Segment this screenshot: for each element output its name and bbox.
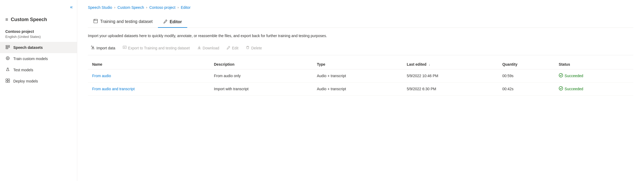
sidebar-item-deploy-models[interactable]: Deploy models bbox=[0, 76, 77, 87]
cell-name-2: From audio and transcript bbox=[88, 82, 210, 96]
speech-datasets-icon bbox=[5, 45, 10, 50]
succeeded-icon-2 bbox=[559, 86, 563, 92]
svg-rect-11 bbox=[8, 79, 10, 80]
page-description: Import your uploaded datasets here to qu… bbox=[88, 33, 633, 39]
main-content: Speech Studio › Custom Speech › Contoso … bbox=[77, 0, 644, 181]
import-data-label: Import data bbox=[96, 46, 115, 50]
sidebar-item-label: Train custom models bbox=[13, 57, 48, 61]
tab-training-dataset[interactable]: Training and testing dataset bbox=[88, 16, 158, 28]
tab-editor-label: Editor bbox=[170, 19, 182, 24]
project-locale: English (United States) bbox=[0, 34, 77, 42]
export-label: Export to Training and testing dataset bbox=[128, 46, 190, 50]
sidebar-title-label: Custom Speech bbox=[11, 17, 47, 22]
svg-rect-12 bbox=[6, 81, 7, 82]
menu-icon: ≡ bbox=[5, 17, 8, 22]
edit-icon bbox=[227, 46, 230, 50]
sidebar-item-label: Test models bbox=[13, 68, 33, 72]
export-icon bbox=[123, 46, 127, 50]
cell-last-edited-2: 5/9/2022 6:30 PM bbox=[402, 82, 498, 96]
collapse-icon: « bbox=[70, 4, 73, 10]
edit-button[interactable]: Edit bbox=[223, 44, 242, 52]
import-icon bbox=[91, 46, 95, 50]
svg-rect-10 bbox=[6, 79, 7, 80]
tab-editor[interactable]: Editor bbox=[158, 17, 187, 28]
breadcrumb-custom-speech[interactable]: Custom Speech bbox=[117, 5, 144, 10]
col-status: Status bbox=[555, 60, 633, 69]
svg-rect-13 bbox=[8, 81, 10, 82]
table-row: From audio and transcript Import with tr… bbox=[88, 82, 633, 96]
status-badge-1: Succeeded bbox=[559, 73, 629, 78]
tab-row: Training and testing dataset Editor bbox=[88, 16, 633, 28]
cell-status-1: Succeeded bbox=[555, 69, 633, 82]
status-badge-2: Succeeded bbox=[559, 86, 629, 92]
import-data-button[interactable]: Import data bbox=[88, 44, 119, 52]
breadcrumb-sep-1: › bbox=[114, 6, 115, 9]
sidebar-collapse-button[interactable]: « bbox=[0, 4, 77, 14]
row-1-name-link[interactable]: From audio bbox=[92, 74, 111, 78]
cell-quantity-1: 00:59s bbox=[498, 69, 555, 82]
edit-label: Edit bbox=[232, 46, 238, 50]
delete-icon bbox=[246, 46, 250, 50]
col-last-edited[interactable]: Last edited ↓ bbox=[402, 60, 498, 69]
sidebar-item-speech-datasets[interactable]: Speech datasets bbox=[0, 42, 77, 53]
cell-status-2: Succeeded bbox=[555, 82, 633, 96]
svg-rect-0 bbox=[6, 45, 10, 46]
data-table: Name Description Type Last edited ↓ Quan… bbox=[88, 60, 633, 96]
row-2-name-link[interactable]: From audio and transcript bbox=[92, 87, 135, 91]
cell-quantity-2: 00:42s bbox=[498, 82, 555, 96]
svg-point-26 bbox=[559, 73, 563, 77]
cell-name-1: From audio bbox=[88, 69, 210, 82]
svg-rect-21 bbox=[123, 46, 126, 49]
sidebar-item-label: Deploy models bbox=[13, 79, 38, 83]
editor-tab-icon bbox=[163, 19, 168, 25]
sidebar-item-test-models[interactable]: Test models bbox=[0, 64, 77, 76]
breadcrumb-sep-3: › bbox=[178, 6, 179, 9]
col-description: Description bbox=[210, 60, 313, 69]
sidebar-item-label: Speech datasets bbox=[13, 45, 43, 50]
toolbar: Import data Export to Training and testi… bbox=[88, 44, 633, 55]
cell-type-2: Audio + transcript bbox=[313, 82, 402, 96]
delete-label: Delete bbox=[251, 46, 262, 50]
training-dataset-tab-icon bbox=[93, 19, 98, 25]
col-name: Name bbox=[88, 60, 210, 69]
export-button[interactable]: Export to Training and testing dataset bbox=[120, 44, 193, 52]
cell-description-2: Import with transcript bbox=[210, 82, 313, 96]
breadcrumb-speech-studio[interactable]: Speech Studio bbox=[88, 5, 112, 10]
status-text-2: Succeeded bbox=[565, 87, 583, 91]
delete-button[interactable]: Delete bbox=[243, 44, 265, 52]
svg-rect-14 bbox=[94, 19, 97, 23]
cell-type-1: Audio + transcript bbox=[313, 69, 402, 82]
sidebar: « ≡ Custom Speech Contoso project Englis… bbox=[0, 0, 77, 181]
svg-rect-1 bbox=[6, 47, 10, 48]
svg-rect-2 bbox=[6, 48, 8, 49]
tab-training-dataset-label: Training and testing dataset bbox=[100, 19, 153, 24]
breadcrumb-sep-2: › bbox=[146, 6, 147, 9]
svg-point-27 bbox=[559, 86, 563, 90]
test-models-icon bbox=[5, 67, 10, 73]
breadcrumb: Speech Studio › Custom Speech › Contoso … bbox=[88, 5, 633, 10]
sort-icon-last-edited: ↓ bbox=[429, 63, 430, 66]
sidebar-title: ≡ Custom Speech bbox=[0, 14, 77, 25]
breadcrumb-contoso-project[interactable]: Contoso project bbox=[149, 5, 176, 10]
svg-point-4 bbox=[7, 58, 8, 59]
sidebar-item-train-custom-models[interactable]: Train custom models bbox=[0, 53, 77, 64]
download-label: Download bbox=[203, 46, 219, 50]
train-models-icon bbox=[5, 56, 10, 62]
deploy-models-icon bbox=[5, 78, 10, 84]
col-type: Type bbox=[313, 60, 402, 69]
download-button[interactable]: Download bbox=[194, 44, 222, 52]
breadcrumb-editor[interactable]: Editor bbox=[181, 5, 191, 10]
col-quantity: Quantity bbox=[498, 60, 555, 69]
cell-last-edited-1: 5/9/2022 10:46 PM bbox=[402, 69, 498, 82]
status-text-1: Succeeded bbox=[565, 74, 583, 78]
download-icon bbox=[197, 46, 201, 50]
table-row: From audio From audio only Audio + trans… bbox=[88, 69, 633, 82]
cell-description-1: From audio only bbox=[210, 69, 313, 82]
succeeded-icon-1 bbox=[559, 73, 563, 78]
project-name: Contoso project bbox=[0, 25, 77, 34]
